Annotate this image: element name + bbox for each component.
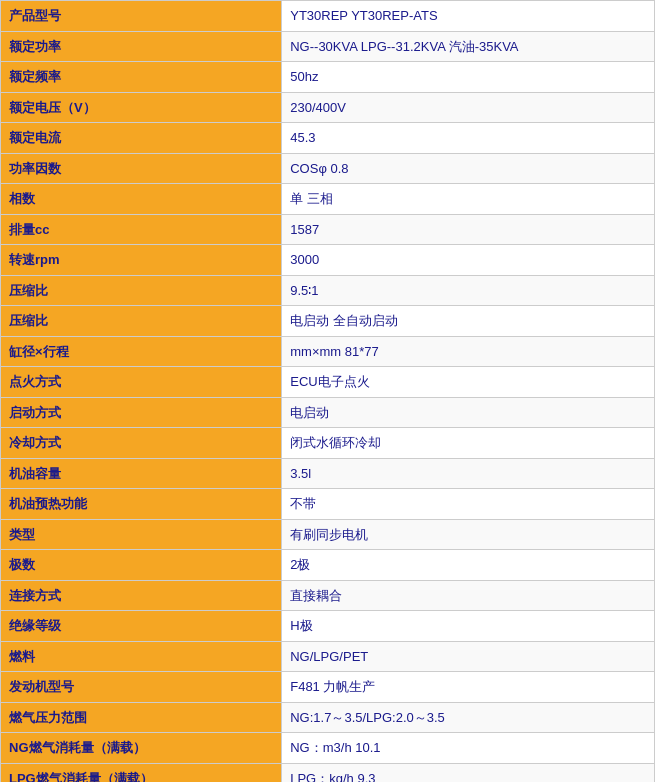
table-row: 额定频率50hz (1, 62, 655, 93)
label-cell: 额定功率 (1, 31, 282, 62)
label-cell: 连接方式 (1, 580, 282, 611)
value-cell: NG--30KVA LPG--31.2KVA 汽油-35KVA (282, 31, 655, 62)
label-cell: 发动机型号 (1, 672, 282, 703)
value-cell: LPG：kg/h 9.3 (282, 763, 655, 782)
label-cell: 压缩比 (1, 275, 282, 306)
value-cell: 3000 (282, 245, 655, 276)
table-row: 转速rpm3000 (1, 245, 655, 276)
label-cell: 极数 (1, 550, 282, 581)
table-row: 点火方式ECU电子点火 (1, 367, 655, 398)
value-cell: NG：m3/h 10.1 (282, 733, 655, 764)
value-cell: 230/400V (282, 92, 655, 123)
value-cell: 电启动 (282, 397, 655, 428)
table-row: 产品型号YT30REP YT30REP-ATS (1, 1, 655, 32)
value-cell: 电启动 全自动启动 (282, 306, 655, 337)
table-row: 排量cc1587 (1, 214, 655, 245)
value-cell: 50hz (282, 62, 655, 93)
table-row: 机油预热功能不带 (1, 489, 655, 520)
value-cell: 闭式水循环冷却 (282, 428, 655, 459)
value-cell: COSφ 0.8 (282, 153, 655, 184)
table-row: 额定电流45.3 (1, 123, 655, 154)
table-row: 连接方式直接耦合 (1, 580, 655, 611)
label-cell: 额定电流 (1, 123, 282, 154)
value-cell: 2极 (282, 550, 655, 581)
table-row: LPG燃气消耗量（满载）LPG：kg/h 9.3 (1, 763, 655, 782)
value-cell: H极 (282, 611, 655, 642)
table-row: 发动机型号F481 力帆生产 (1, 672, 655, 703)
value-cell: 单 三相 (282, 184, 655, 215)
value-cell: YT30REP YT30REP-ATS (282, 1, 655, 32)
spec-table: 产品型号YT30REP YT30REP-ATS额定功率NG--30KVA LPG… (0, 0, 655, 782)
table-row: 启动方式电启动 (1, 397, 655, 428)
table-row: 极数2极 (1, 550, 655, 581)
label-cell: 启动方式 (1, 397, 282, 428)
table-row: 燃气压力范围NG:1.7～3.5/LPG:2.0～3.5 (1, 702, 655, 733)
label-cell: 额定频率 (1, 62, 282, 93)
label-cell: 额定电压（V） (1, 92, 282, 123)
label-cell: 相数 (1, 184, 282, 215)
table-row: 额定电压（V）230/400V (1, 92, 655, 123)
table-row: 类型有刷同步电机 (1, 519, 655, 550)
label-cell: 类型 (1, 519, 282, 550)
label-cell: 绝缘等级 (1, 611, 282, 642)
value-cell: 直接耦合 (282, 580, 655, 611)
label-cell: 产品型号 (1, 1, 282, 32)
table-row: NG燃气消耗量（满载）NG：m3/h 10.1 (1, 733, 655, 764)
table-row: 冷却方式闭式水循环冷却 (1, 428, 655, 459)
table-row: 机油容量3.5l (1, 458, 655, 489)
label-cell: NG燃气消耗量（满载） (1, 733, 282, 764)
table-row: 功率因数COSφ 0.8 (1, 153, 655, 184)
table-row: 相数单 三相 (1, 184, 655, 215)
label-cell: 缸径×行程 (1, 336, 282, 367)
label-cell: 点火方式 (1, 367, 282, 398)
table-row: 绝缘等级H极 (1, 611, 655, 642)
label-cell: 燃气压力范围 (1, 702, 282, 733)
value-cell: 不带 (282, 489, 655, 520)
value-cell: 9.5∶1 (282, 275, 655, 306)
table-row: 压缩比电启动 全自动启动 (1, 306, 655, 337)
label-cell: 压缩比 (1, 306, 282, 337)
value-cell: 3.5l (282, 458, 655, 489)
table-row: 压缩比9.5∶1 (1, 275, 655, 306)
label-cell: 排量cc (1, 214, 282, 245)
value-cell: 有刷同步电机 (282, 519, 655, 550)
value-cell: F481 力帆生产 (282, 672, 655, 703)
value-cell: ECU电子点火 (282, 367, 655, 398)
label-cell: 冷却方式 (1, 428, 282, 459)
table-row: 燃料NG/LPG/PET (1, 641, 655, 672)
value-cell: 45.3 (282, 123, 655, 154)
label-cell: 转速rpm (1, 245, 282, 276)
label-cell: LPG燃气消耗量（满载） (1, 763, 282, 782)
label-cell: 机油预热功能 (1, 489, 282, 520)
label-cell: 功率因数 (1, 153, 282, 184)
value-cell: mm×mm 81*77 (282, 336, 655, 367)
spec-table-container: 产品型号YT30REP YT30REP-ATS额定功率NG--30KVA LPG… (0, 0, 655, 782)
value-cell: 1587 (282, 214, 655, 245)
label-cell: 机油容量 (1, 458, 282, 489)
label-cell: 燃料 (1, 641, 282, 672)
value-cell: NG/LPG/PET (282, 641, 655, 672)
value-cell: NG:1.7～3.5/LPG:2.0～3.5 (282, 702, 655, 733)
table-row: 额定功率NG--30KVA LPG--31.2KVA 汽油-35KVA (1, 31, 655, 62)
table-row: 缸径×行程mm×mm 81*77 (1, 336, 655, 367)
